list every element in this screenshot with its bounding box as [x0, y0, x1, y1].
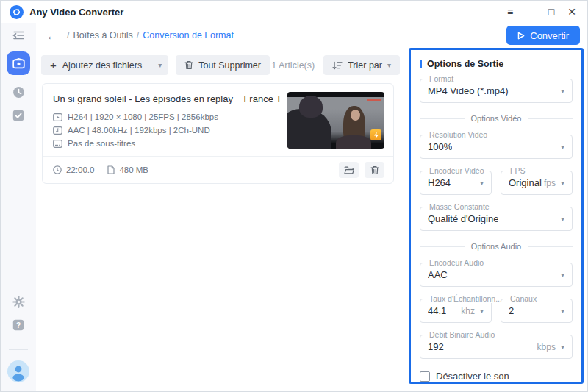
mute-checkbox-label: Désactiver le son: [436, 371, 509, 382]
lightning-badge-icon: [370, 129, 381, 140]
audio-bitrate-unit: kbps: [537, 342, 561, 352]
user-avatar[interactable]: [7, 360, 29, 382]
add-files-label: Ajoutez des fichiers: [62, 60, 142, 71]
thumbnail-figure: [351, 110, 360, 121]
format-select[interactable]: Format MP4 Video (*.mp4) ▾: [420, 79, 573, 103]
format-label: Format: [426, 74, 456, 83]
channels-value: 2: [509, 305, 514, 316]
subtitle-icon: [53, 140, 62, 148]
video-options-section-label: Options Vidéo: [471, 114, 522, 123]
fps-unit: fps: [544, 178, 561, 188]
trash-icon: [370, 165, 379, 175]
add-files-button: + Ajoutez des fichiers ▾: [41, 55, 168, 75]
channels-label: Canaux: [507, 294, 539, 303]
audio-info-text: AAC | 48.00kHz | 192kbps | 2Ch-UND: [68, 126, 210, 135]
help-icon[interactable]: ?: [12, 319, 24, 331]
video-size: 480 MB: [119, 165, 148, 174]
svg-text:?: ?: [16, 321, 21, 329]
minimize-icon[interactable]: –: [521, 4, 540, 20]
file-size-icon: [107, 165, 115, 174]
sort-button[interactable]: Trier par ▾: [323, 55, 400, 75]
video-stream-icon: [53, 113, 62, 121]
breadcrumb-parent[interactable]: Boîtes à Outils: [73, 30, 132, 40]
trash-icon: [184, 60, 193, 70]
sort-label: Trier par: [348, 60, 382, 71]
delete-item-button[interactable]: [365, 162, 384, 178]
breadcrumb-current: Conversion de Format: [143, 30, 234, 40]
sort-icon: [332, 61, 343, 70]
mute-checkbox[interactable]: [420, 371, 430, 382]
fps-select[interactable]: FPS Original fps ▾: [501, 171, 573, 195]
breadcrumb-separator: /: [67, 30, 69, 40]
page-header: ← / Boîtes à Outils / Conversion de Form…: [36, 23, 587, 48]
audio-bitrate-select[interactable]: Débit Binaire Audio 192 kbps ▾: [420, 335, 573, 359]
titlebar: Any Video Converter ≡ – □ ✕: [1, 1, 587, 23]
audio-bitrate-label: Débit Binaire Audio: [426, 330, 498, 339]
bitrate-mode-select[interactable]: Masse Constante Qualité d'Origine ▾: [420, 207, 573, 231]
back-arrow-icon[interactable]: ←: [46, 29, 57, 42]
breadcrumb-separator: /: [137, 30, 139, 40]
convert-button-label: Convertir: [530, 30, 569, 41]
sort-caret-icon: ▾: [387, 61, 391, 69]
bitrate-mode-label: Masse Constante: [426, 202, 492, 211]
duration-clock-icon: [53, 165, 62, 174]
resolution-label: Résolution Vidéo: [426, 130, 490, 139]
items-count: 1 Article(s): [271, 60, 315, 71]
audio-stream-icon: [53, 126, 62, 135]
toolbar: + Ajoutez des fichiers ▾: [41, 55, 400, 75]
delete-all-button[interactable]: Tout Supprimer: [176, 55, 270, 75]
audio-bitrate-value: 192: [428, 341, 444, 352]
sidebar: ?: [1, 23, 36, 391]
video-thumbnail[interactable]: [287, 92, 384, 149]
chevron-down-icon: ▾: [561, 343, 564, 351]
thumbnail-figure: [336, 135, 371, 149]
add-files-caret[interactable]: ▾: [151, 55, 168, 75]
video-encoder-select[interactable]: Encodeur Vidéo H264 ▾: [420, 171, 492, 195]
channels-select[interactable]: Canaux 2 ▾: [501, 299, 573, 323]
subtitle-info-text: Pas de sous-titres: [68, 139, 135, 148]
play-icon: [517, 32, 525, 40]
chevron-down-icon: ▾: [561, 87, 564, 95]
app-window: Any Video Converter ≡ – □ ✕: [0, 0, 588, 392]
app-logo-icon: [10, 5, 24, 19]
video-list-item[interactable]: Un si grand soleil - Les épisodes en rep…: [42, 83, 394, 184]
sidebar-divider: [9, 349, 28, 350]
chevron-down-icon: ▾: [480, 179, 484, 187]
sidebar-item-history[interactable]: [12, 86, 25, 99]
sample-rate-select[interactable]: Taux d'Échantillonn... 44.1 khz ▾: [420, 299, 492, 323]
thumbnail-figure: [299, 96, 323, 118]
audio-options-section-label: Options Audio: [471, 242, 522, 251]
app-menu-icon[interactable]: ≡: [501, 4, 520, 20]
chevron-down-icon: ▾: [561, 271, 564, 279]
delete-all-label: Tout Supprimer: [198, 60, 261, 71]
maximize-icon[interactable]: □: [542, 4, 561, 20]
fps-label: FPS: [507, 166, 528, 175]
sample-rate-unit: khz: [461, 306, 480, 316]
video-info-text: H264 | 1920 × 1080 | 25FPS | 2856kbps: [68, 113, 218, 121]
fps-value: Original: [509, 177, 542, 188]
output-options-panel: Options de Sortie Format MP4 Video (*.mp…: [409, 48, 584, 384]
open-folder-button[interactable]: [339, 162, 359, 178]
sidebar-item-converter[interactable]: [7, 51, 30, 75]
video-encoder-label: Encodeur Vidéo: [426, 166, 487, 175]
app-title: Any Video Converter: [29, 7, 123, 18]
chevron-down-icon: ▾: [561, 307, 564, 315]
sample-rate-value: 44.1: [428, 305, 446, 316]
sidebar-collapse-icon[interactable]: [12, 30, 25, 40]
audio-encoder-select[interactable]: Encodeur Audio AAC ▾: [420, 263, 573, 287]
audio-encoder-label: Encodeur Audio: [426, 258, 487, 267]
add-files-main[interactable]: + Ajoutez des fichiers: [41, 55, 151, 75]
close-icon[interactable]: ✕: [562, 4, 581, 20]
convert-button[interactable]: Convertir: [506, 26, 580, 45]
chevron-down-icon: ▾: [561, 179, 564, 187]
settings-gear-icon[interactable]: [12, 296, 25, 308]
sidebar-item-tasks[interactable]: [12, 110, 24, 121]
title-accent-bar: [420, 60, 422, 68]
file-list-area: + Ajoutez des fichiers ▾: [36, 48, 404, 391]
video-title: Un si grand soleil - Les épisodes en rep…: [53, 93, 280, 104]
sidebar-bottom: ?: [7, 296, 29, 382]
plus-icon: +: [50, 60, 57, 71]
chevron-down-icon: ▾: [561, 143, 564, 151]
resolution-select[interactable]: Résolution Vidéo 100% ▾: [420, 135, 573, 159]
video-encoder-value: H264: [428, 177, 451, 188]
